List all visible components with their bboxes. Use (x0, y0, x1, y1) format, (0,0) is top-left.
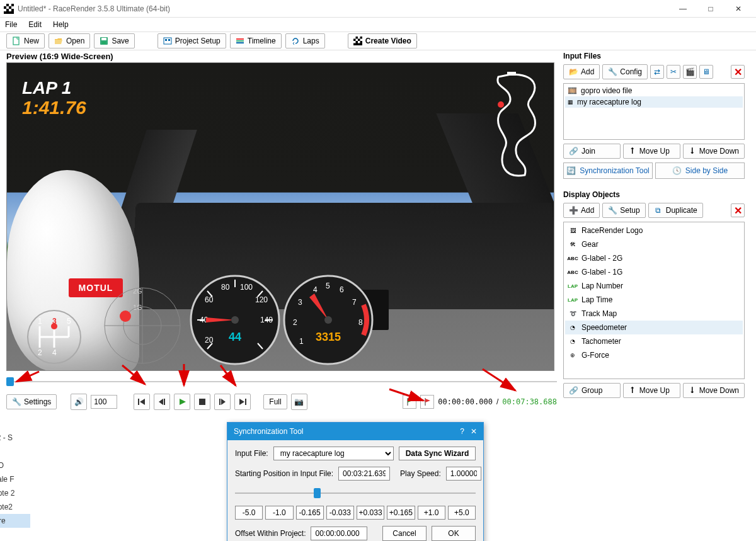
object-row[interactable]: LAPLap Number (565, 279, 743, 293)
object-row[interactable]: ABCG-label - 2G (565, 251, 743, 265)
step-forward-button[interactable] (214, 394, 231, 410)
input-file-row[interactable]: 🎞️gopro video file (565, 85, 743, 96)
object-move-down-button[interactable]: 🠗Move Down (683, 383, 745, 398)
project-setup-button[interactable]: Project Setup (158, 33, 226, 48)
checkered-flag-icon (353, 37, 362, 45)
offset-minus-1[interactable]: -1.0 (265, 506, 293, 520)
input-cut-button[interactable]: ✂ (667, 65, 680, 79)
input-swap-button[interactable]: ⇄ (650, 65, 664, 79)
minimize-button[interactable]: ― (669, 0, 697, 18)
sync-dialog-titlebar[interactable]: Synchronization Tool ? ✕ (227, 423, 483, 440)
input-add-button[interactable]: 📂Add (563, 64, 600, 79)
offset-minus-5[interactable]: -5.0 (235, 506, 263, 520)
object-row[interactable]: ⊕G-Force (565, 348, 743, 362)
prev-marker-button[interactable] (134, 394, 150, 410)
next-marker-button[interactable] (234, 394, 251, 410)
offset-minus-0165[interactable]: -0.165 (296, 506, 324, 520)
save-button[interactable]: Save (94, 33, 134, 48)
display-objects-list[interactable]: 🖼RaceRender Logo 🛠Gear ABCG-label - 2G A… (563, 222, 745, 379)
start-pos-input[interactable] (338, 467, 390, 481)
sync-slider[interactable] (235, 487, 476, 499)
settings-button[interactable]: 🔧Settings (6, 394, 57, 409)
lap-time-overlay: 1:41.76 (22, 97, 86, 118)
offset-minus-0033[interactable]: -0.033 (326, 506, 354, 520)
link-icon: 🔗 (569, 147, 578, 156)
menu-file[interactable]: File (5, 20, 17, 29)
input-monitor-button[interactable]: 🖥 (699, 65, 713, 79)
object-move-up-button[interactable]: 🠕Move Up (623, 383, 680, 398)
object-row[interactable]: LAPLap Time (565, 293, 743, 307)
object-row[interactable]: ◔Speedometer (565, 321, 743, 334)
start-pos-label: Starting Position in Input File: (235, 469, 333, 478)
object-duplicate-button[interactable]: ⧉Duplicate (648, 203, 703, 218)
sync-tool-button[interactable]: 🔄Synchronization Tool (563, 162, 653, 179)
input-file-row[interactable]: ▦my racecapture log (565, 96, 743, 108)
offset-label: Offset Within Project: (235, 529, 306, 538)
menu-bar: File Edit Help (0, 18, 756, 31)
play-speed-input[interactable] (446, 467, 481, 481)
play-speed-label: Play Speed: (400, 469, 441, 478)
laps-button[interactable]: Laps (285, 33, 325, 48)
input-delete-button[interactable]: ✕ (731, 65, 745, 79)
input-video-button[interactable]: 🎬 (683, 65, 697, 79)
input-config-button[interactable]: 🔧Config (602, 64, 648, 79)
timeline-scrubber[interactable] (6, 376, 557, 387)
offset-plus-0033[interactable]: +0.033 (357, 506, 384, 520)
ok-button[interactable]: OK (432, 526, 476, 541)
side-by-side-button[interactable]: 🕓Side by Side (655, 162, 745, 179)
object-row[interactable]: ABCG-label - 1G (565, 265, 743, 279)
input-files-list[interactable]: 🎞️gopro video file ▦my racecapture log (563, 83, 745, 140)
lap-icon: LAP (568, 281, 578, 291)
input-move-up-button[interactable]: 🠕Move Up (623, 144, 680, 159)
window-title: Untitled* - RaceRender 3.5.8 Ultimate (6… (18, 4, 669, 13)
video-file-icon: 🎞️ (568, 86, 577, 95)
object-add-button[interactable]: ➕Add (563, 203, 600, 218)
group-button[interactable]: 🔗Group (563, 383, 621, 398)
close-button[interactable]: ✕ (724, 0, 752, 18)
data-sync-wizard-button[interactable]: Data Sync Wizard (399, 447, 476, 460)
timeline-button[interactable]: Timeline (230, 33, 282, 48)
new-button[interactable]: New (6, 33, 45, 48)
object-delete-button[interactable]: ✕ (731, 203, 745, 217)
dialog-close-button[interactable]: ✕ (471, 427, 477, 436)
offset-plus-0165[interactable]: +0.165 (387, 506, 415, 520)
volume-input[interactable] (91, 395, 117, 409)
up-icon: 🠕 (629, 147, 636, 156)
step-back-button[interactable] (154, 394, 170, 410)
input-move-down-button[interactable]: 🠗Move Down (683, 144, 745, 159)
cancel-button[interactable]: Cancel (382, 526, 427, 541)
offset-plus-1[interactable]: +1.0 (418, 506, 445, 520)
stop-button[interactable] (194, 394, 210, 410)
maximize-button[interactable]: □ (697, 0, 724, 18)
create-video-button[interactable]: Create Video (348, 33, 417, 48)
open-button[interactable]: Open (49, 33, 90, 48)
timeline-thumb[interactable] (6, 377, 14, 386)
flag-in-button[interactable] (403, 395, 416, 409)
preview-viewport[interactable]: MOTUL W MOTUL LAP 1 1:41.76 2G 1G (6, 62, 554, 371)
flag-out-button[interactable] (420, 395, 434, 409)
speaker-icon: 🔊 (74, 397, 84, 406)
join-button[interactable]: 🔗Join (563, 144, 621, 159)
object-row[interactable]: ➰Track Map (565, 307, 743, 321)
object-row[interactable]: 🖼RaceRender Logo (565, 224, 743, 237)
svg-rect-15 (236, 40, 244, 42)
sync-dialog: Synchronization Tool ? ✕ Input File: my … (227, 422, 484, 541)
svg-text:8: 8 (358, 318, 363, 327)
object-row[interactable]: ◔Tachometer (565, 334, 743, 348)
svg-rect-25 (507, 72, 516, 76)
play-button[interactable] (174, 394, 190, 410)
fullscreen-button[interactable]: Full (263, 394, 287, 409)
menu-edit[interactable]: Edit (28, 20, 42, 29)
object-setup-button[interactable]: 🔧Setup (602, 203, 645, 218)
volume-button[interactable]: 🔊 (71, 394, 87, 410)
sync-slider-thumb[interactable] (314, 488, 321, 498)
input-file-select[interactable]: my racecapture log (273, 447, 394, 460)
project-setup-icon (163, 37, 172, 45)
offset-input[interactable] (311, 527, 367, 540)
help-button[interactable]: ? (460, 427, 464, 436)
background-text: 22 - S RO Sale F Note 2 Note2 ture (0, 431, 30, 528)
object-row[interactable]: 🛠Gear (565, 237, 743, 251)
menu-help[interactable]: Help (53, 20, 69, 29)
offset-plus-5[interactable]: +5.0 (448, 506, 476, 520)
snapshot-button[interactable]: 📷 (291, 394, 307, 410)
